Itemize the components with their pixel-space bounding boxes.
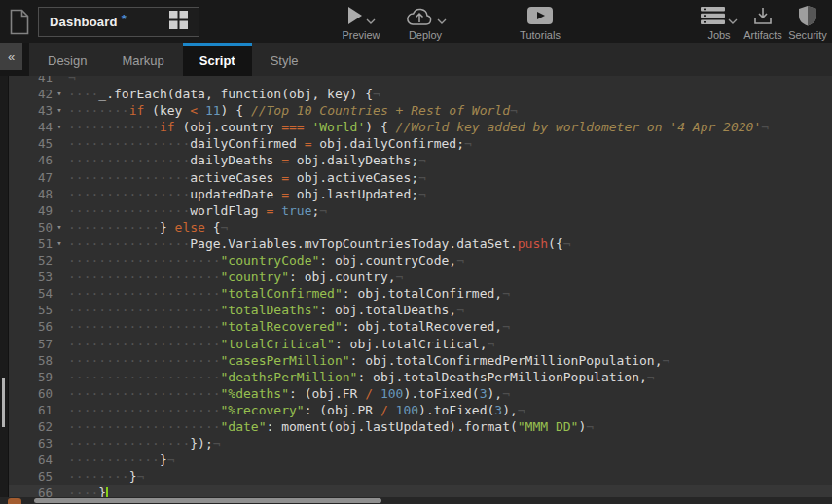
code-text: ¬ — [68, 76, 76, 86]
code-line[interactable]: 54····················"totalConfirmed": … — [9, 285, 832, 302]
horizontal-scrollbar[interactable] — [0, 497, 832, 504]
line-number[interactable]: 52 — [9, 252, 53, 269]
code-line[interactable]: 63················});¬ — [9, 435, 832, 451]
code-line[interactable]: 57····················"totalCritical": o… — [9, 336, 832, 352]
code-line[interactable]: 47················activeCases = obj.acti… — [9, 169, 832, 186]
video-tutorials-icon — [527, 7, 553, 24]
code-line[interactable]: 56····················"totalRecovered": … — [9, 318, 832, 335]
line-number[interactable]: 54 — [9, 285, 53, 302]
line-number[interactable]: 58 — [9, 352, 53, 369]
fold-arrow-icon[interactable]: ▾ — [53, 119, 66, 135]
code-line[interactable]: 52····················"countryCode": obj… — [9, 252, 832, 269]
code-line[interactable]: 61····················"%recovery": (obj.… — [9, 402, 832, 418]
fold-slot — [53, 76, 66, 86]
code-text: ················dailyConfirmed = obj.dai… — [68, 135, 472, 152]
code-text: ················Page.Variables.mvTopCoun… — [68, 235, 571, 252]
code-text: ····················"%deaths": (obj.FR /… — [68, 385, 510, 402]
code-line[interactable]: 60····················"%deaths": (obj.FR… — [9, 385, 832, 402]
line-number[interactable]: 63 — [9, 435, 53, 451]
code-text: ····················"date": moment(obj.l… — [68, 418, 594, 435]
line-number[interactable]: 60 — [9, 385, 53, 402]
preview-button[interactable]: Preview — [333, 5, 389, 41]
code-text: ············if (obj.country === 'World')… — [68, 119, 769, 135]
fold-slot — [53, 336, 66, 352]
fold-slot — [53, 385, 66, 402]
page-tab-dashboard[interactable]: Dashboard * — [38, 7, 199, 37]
tab-markup[interactable]: Markup — [105, 43, 180, 76]
line-number[interactable]: 46 — [9, 152, 53, 168]
code-text: ····················"deathsPerMillion": … — [68, 369, 655, 385]
code-text: ········if (key < 11) { //Top 10 Countri… — [68, 102, 518, 119]
line-number[interactable]: 62 — [9, 418, 53, 435]
deploy-button[interactable]: Deploy — [397, 5, 453, 41]
fold-slot — [53, 302, 66, 318]
fold-slot — [53, 285, 66, 302]
line-number[interactable]: 65 — [9, 468, 53, 485]
code-line[interactable]: 42▾····_.forEach(data, function(obj, key… — [9, 86, 832, 102]
code-line[interactable]: 65········}¬ — [9, 468, 832, 485]
unsaved-indicator: * — [122, 12, 127, 26]
line-number[interactable]: 57 — [9, 336, 53, 352]
artifacts-button[interactable]: Artifacts — [737, 5, 789, 41]
line-number[interactable]: 59 — [9, 369, 53, 385]
code-text: ····················"totalCritical": obj… — [68, 336, 494, 352]
tab-design[interactable]: Design — [31, 43, 103, 76]
line-number[interactable]: 41 — [9, 76, 53, 86]
fold-arrow-icon[interactable]: ▾ — [53, 235, 66, 252]
code-line[interactable]: 45················dailyConfirmed = obj.d… — [9, 135, 832, 152]
line-number[interactable]: 64 — [9, 451, 53, 468]
line-number[interactable]: 51 — [9, 235, 53, 252]
line-number[interactable]: 43 — [9, 102, 53, 119]
tab-script[interactable]: Script — [183, 43, 252, 76]
code-text: ············} else {¬ — [68, 219, 228, 235]
code-line[interactable]: 53····················"country": obj.cou… — [9, 269, 832, 285]
line-number[interactable]: 49 — [9, 202, 53, 219]
code-text: ····················"totalRecovered": ob… — [68, 318, 510, 335]
code-text: ····················"totalConfirmed": ob… — [68, 285, 510, 302]
fold-arrow-icon[interactable]: ▾ — [53, 102, 66, 119]
editor-tabbar: « Design Markup Script Style — [0, 43, 832, 76]
tutorials-button[interactable]: Tutorials — [510, 5, 570, 41]
line-number[interactable]: 47 — [9, 169, 53, 186]
panel-scrollbar-thumb[interactable] — [2, 378, 5, 427]
cloud-upload-icon — [405, 6, 434, 26]
code-line[interactable]: 49················worldFlag = true;¬ — [9, 202, 832, 219]
fold-arrow-icon[interactable]: ▾ — [53, 219, 66, 235]
code-text: ················activeCases = obj.active… — [68, 169, 426, 186]
line-number[interactable]: 44 — [9, 119, 53, 135]
app-window: Dashboard * Preview — [0, 0, 832, 504]
code-line[interactable]: 50▾············} else {¬ — [9, 219, 832, 235]
fold-arrow-icon[interactable]: ▾ — [53, 86, 66, 102]
chevron-double-left-icon: « — [8, 50, 15, 64]
code-line[interactable]: 41¬ — [9, 76, 832, 86]
line-number[interactable]: 42 — [9, 86, 53, 102]
code-line[interactable]: 51▾················Page.Variables.mvTopC… — [9, 235, 832, 252]
script-editor[interactable]: 41¬42▾····_.forEach(data, function(obj, … — [0, 76, 832, 504]
line-number[interactable]: 53 — [9, 269, 53, 285]
grid-icon[interactable] — [169, 11, 188, 33]
line-number[interactable]: 61 — [9, 402, 53, 418]
fold-slot — [53, 352, 66, 369]
collapse-panel-button[interactable]: « — [0, 43, 22, 70]
code-line[interactable]: 64············}¬ — [9, 451, 832, 468]
code-line[interactable]: 55····················"totalDeaths": obj… — [9, 302, 832, 318]
security-button[interactable]: Security — [784, 5, 831, 41]
code-line[interactable]: 58····················"casesPerMillion":… — [9, 352, 832, 369]
tab-style[interactable]: Style — [254, 43, 315, 76]
horizontal-scrollbar-thumb[interactable] — [34, 498, 381, 503]
collapsed-left-panel — [0, 76, 9, 504]
code-line[interactable]: 62····················"date": moment(obj… — [9, 418, 832, 435]
code-line[interactable]: 48················updatedDate = obj.last… — [9, 186, 832, 202]
fold-slot — [53, 186, 66, 202]
line-number[interactable]: 55 — [9, 302, 53, 318]
line-number[interactable]: 56 — [9, 318, 53, 335]
code-line[interactable]: 59····················"deathsPerMillion"… — [9, 369, 832, 385]
line-number[interactable]: 48 — [9, 186, 53, 202]
code-line[interactable]: 44▾············if (obj.country === 'Worl… — [9, 119, 832, 135]
line-number[interactable]: 50 — [9, 219, 53, 235]
code-line[interactable]: 46················dailyDeaths = obj.dail… — [9, 152, 832, 168]
code-line[interactable]: 43▾········if (key < 11) { //Top 10 Coun… — [9, 102, 832, 119]
new-page-button[interactable] — [7, 7, 32, 36]
line-number[interactable]: 45 — [9, 135, 53, 152]
fold-slot — [53, 252, 66, 269]
